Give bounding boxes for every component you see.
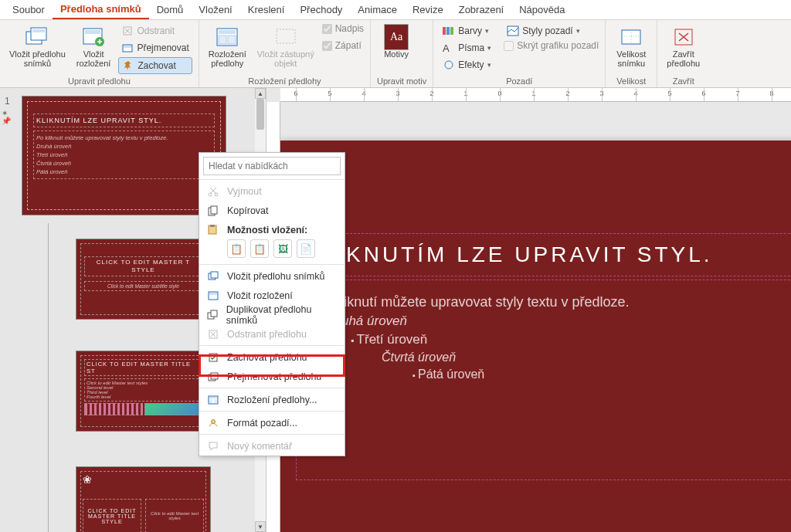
svg-rect-15 [446,27,450,35]
hide-bg-checkbox[interactable]: Skrýt grafiku pozadí [504,40,599,51]
layout-icon [215,26,239,48]
master-thumb-body: Po kliknutí můžete upravovat styly textu… [33,130,215,179]
svg-rect-40 [209,399,212,403]
layout-thumbnail-3[interactable]: ❀ CLICK TO EDIT MASTER TITLE STYLE Click… [76,466,211,532]
ctx-preserve-master[interactable]: Zachovat předlohu [199,347,345,367]
footers-checkbox[interactable]: Zápatí [322,40,364,51]
ctx-master-layout[interactable]: Rozložení předlohy... [199,390,345,409]
themes-icon: Aa [384,26,409,48]
fonts-button[interactable]: A Písma ▾ [440,40,494,56]
paste-picture[interactable]: 🖼 [273,239,292,258]
ctx-paste-options: Možnosti vložení: [199,220,345,238]
menu-animations[interactable]: Animace [350,1,405,19]
ctx-duplicate-label: Duplikovat předlohu snímků [226,304,337,326]
paste-use-destination[interactable]: 📋 [227,239,246,258]
insert-layout-button[interactable]: Vložit rozložení [73,23,114,69]
ribbon-group-edit-master: Vložit předlohu snímků Vložit rozložení … [0,20,199,87]
svg-rect-33 [211,310,217,317]
menu-view[interactable]: Zobrazení [451,1,512,19]
themes-label: Motivy [384,49,409,59]
group-theme-label: Upravit motiv [377,76,426,86]
menu-help[interactable]: Nápověda [511,1,572,19]
layout-thumbnail-1[interactable]: CLICK TO EDIT MASTER T STYLE Click to ed… [76,239,211,320]
colors-button[interactable]: Barvy ▾ [440,23,494,39]
menu-bar: Soubor Předloha snímků Domů Vložení Kres… [0,0,791,20]
ctx-format-background[interactable]: Formát pozadí... [199,413,345,432]
chevron-down-icon: ▾ [576,27,580,35]
slide-size-button[interactable]: Velikost snímku [612,23,650,69]
footers-cb-label: Zápatí [335,40,362,51]
menu-draw[interactable]: Kreslení [240,1,293,19]
svg-text:A: A [443,42,450,53]
ctx-cut[interactable]: Vyjmout [199,181,345,201]
scroll-down-button[interactable]: ▼ [255,521,266,532]
ctx-insert-layout[interactable]: Vložit rozložení [199,286,345,305]
menu-search[interactable] [203,157,341,175]
ribbon-group-edit-theme: Aa Motivy Upravit motiv [371,20,433,87]
title-cb-label: Nadpis [335,23,364,34]
menu-file[interactable]: Soubor [5,1,53,19]
slide-viewport[interactable]: KLIKNUTÍM LZE UPRAVIT STYL. Po kliknutí … [280,102,791,532]
menu-search-input[interactable] [203,157,341,175]
body-level-3: Třetí úroveň [304,332,791,347]
ribbon-group-master-layout: Rozložení předlohy Vložit zástupný objek… [199,20,371,87]
svg-point-18 [445,61,453,69]
svg-rect-8 [124,46,131,48]
insert-slide-master-button[interactable]: Vložit předlohu snímků [6,23,69,69]
themes-button[interactable]: Aa Motivy [377,23,416,60]
insert-slide-master-label: Vložit předlohu snímků [9,49,66,68]
ctx-copy[interactable]: Kopírovat [199,201,345,220]
paste-keep-source[interactable]: 📋 [250,239,269,258]
copy-icon [207,205,219,217]
group-close-label: Zavřít [664,76,703,86]
master-thumbnail[interactable]: KLIKNUTÍM LZE UPRAVIT STYL. Po kliknutí … [22,96,226,215]
menu-insert[interactable]: Vložení [191,1,239,19]
svg-rect-27 [210,225,215,227]
layout-thumbnail-2[interactable]: CLICK TO EDIT MASTER TITLE ST Click to e… [76,351,211,432]
layout1-sub: Click to edit Master subtitle style [84,281,202,291]
insert-placeholder-button[interactable]: Vložit zástupný objekt [254,23,317,69]
ribbon: Vložit předlohu snímků Vložit rozložení … [0,20,791,88]
svg-rect-39 [209,397,217,398]
close-master-label: Zavřít předlohu [667,49,700,68]
master-slide[interactable]: KLIKNUTÍM LZE UPRAVIT STYL. Po kliknutí … [280,141,791,532]
rename-icon [121,42,134,54]
menu-slide-master[interactable]: Předloha snímků [53,0,149,19]
menu-transitions[interactable]: Přechody [292,1,350,19]
rename-label: Přejmenovat [137,42,188,53]
svg-rect-4 [85,30,100,34]
svg-rect-16 [450,27,453,35]
slide-size-icon [619,26,643,48]
body-placeholder[interactable]: Po kliknutí můžete upravovat styly textu… [296,280,791,480]
paste-icon [207,224,219,236]
ctx-insert-master-label: Vložit předlohu snímků [227,271,324,282]
menu-home[interactable]: Domů [149,1,192,19]
ctx-format-bg-label: Formát pozadí... [227,418,297,429]
rename-button[interactable]: Přejmenovat [118,40,192,56]
effects-label: Efekty [458,59,484,70]
title-placeholder[interactable]: KLIKNUTÍM LZE UPRAVIT STYL. [296,233,791,276]
ctx-duplicate-master[interactable]: Duplikovat předlohu snímků [199,305,345,324]
scroll-up-button[interactable]: ▲ [255,88,266,99]
ctx-rename-master[interactable]: Přejmenovat předlohu [199,367,345,386]
ctx-delete-master[interactable]: Odstranit předlohu [199,324,345,344]
close-master-button[interactable]: Zavřít předlohu [664,23,703,69]
menu-review[interactable]: Revize [405,1,451,19]
ctx-insert-master[interactable]: Vložit předlohu snímků [199,266,345,286]
paste-text-only[interactable]: 📄 [297,239,315,258]
preserve-button[interactable]: Zachovat [118,57,192,74]
svg-rect-14 [443,27,446,35]
group-size-label: Velikost [612,76,650,86]
svg-rect-25 [211,206,217,214]
title-checkbox[interactable]: Nadpis [322,23,364,34]
bg-styles-button[interactable]: Styly pozadí ▾ [504,23,599,39]
effects-button[interactable]: Efekty ▾ [440,57,494,73]
delete-button[interactable]: Odstranit [118,23,192,39]
scroll-thumb[interactable] [256,99,264,130]
svg-point-42 [212,419,216,423]
hide-bg-label: Skrýt grafiku pozadí [517,40,599,51]
ctx-new-comment[interactable]: Nový komentář [199,436,345,456]
ctx-insert-layout-label: Vložit rozložení [227,290,293,301]
master-layout-button[interactable]: Rozložení předlohy [205,23,250,69]
ctx-paste-label: Možnosti vložení: [227,225,307,236]
